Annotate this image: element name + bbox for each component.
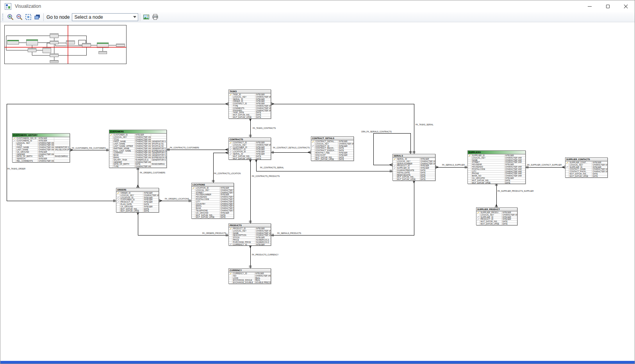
column-name: HOUSENR xyxy=(471,164,504,166)
table-row: CONTRACT_DETAIL...INTEGER xyxy=(311,140,353,143)
entity-table-suppliers[interactable]: SUPPLIERSSUPPLIER_IDINTEGERLOGICAL_KEYCH… xyxy=(467,150,526,184)
entity-table-locations[interactable]: LOCATIONSLOCATION_IDINTEGERLOGICAL_KEYCH… xyxy=(191,183,234,219)
table-title: CUSTOMERS xyxy=(109,130,166,134)
relationship-label: FK_ORDERS_PRODUCTS xyxy=(202,232,227,234)
column-name: CUSTOMERS_HIS_ID xyxy=(16,137,37,139)
table-row: MUT_DATUM_UPDEDATE xyxy=(311,158,353,161)
column-icon-spacer xyxy=(109,141,112,143)
relationship-label: FK_SERIALS_SUPPLIER xyxy=(442,164,465,166)
column-icon-spacer xyxy=(192,198,195,200)
entity-table-contracts[interactable]: CONTRACTSCONTRACT_IDINTEGERLOGICAL_KEYCH… xyxy=(228,137,271,160)
table-row: LOGICAL_KEYCHARACTER VAR xyxy=(229,230,271,232)
column-name: MUT_DATUM_UPDE xyxy=(569,175,592,177)
table-row: MUT_DATUM_UPDEDATE xyxy=(192,216,234,218)
column-generator: EXPRESSION S xyxy=(151,150,166,152)
column-name: MUT_DATUM_INS... xyxy=(471,180,504,182)
column-type: INTEGER xyxy=(37,137,54,139)
column-type: INTEGER xyxy=(143,192,159,194)
table-row: DATE_OF_BIRTHDATERANDOMRNG xyxy=(12,155,70,157)
column-type: INTEGER xyxy=(37,151,54,153)
table-row: PRICENUMERIC(9,2) xyxy=(229,239,271,241)
column-name: MUT_DATUM_INS... xyxy=(120,208,143,210)
column-name: CONTRACT_BEGIN... xyxy=(314,147,338,149)
table-row: CA_GROUNDINTEGER xyxy=(192,212,234,214)
column-name: GENDER xyxy=(16,153,37,155)
column-name: PRICE xyxy=(232,239,255,241)
column-name: HOUSEADD xyxy=(471,166,504,168)
column-icon-spacer xyxy=(229,230,232,232)
entity-table-supplier_contacts[interactable]: SUPPLIER_CONTACTSSUPPLIER_CONT...INTEGER… xyxy=(565,157,608,178)
column-name: LOCATION_ID xyxy=(232,151,255,153)
entity-table-currency[interactable]: CURRENCYCURRENCY_IDINTEGERISOCHARACTER V… xyxy=(228,268,271,284)
minimap[interactable] xyxy=(4,25,127,64)
column-icon-spacer xyxy=(476,223,480,225)
entity-table-tasks[interactable]: TASKSTASK_IDINTEGERLOGICAL_KEYCHARACTER … xyxy=(228,89,271,119)
column-name: SUPPLIER_ID xyxy=(569,166,592,168)
column-type: CHARACTER VAR xyxy=(219,205,234,207)
column-generator: EXPRESSION S xyxy=(151,157,166,159)
table-row: MUT_DATUM_UPDEDATE xyxy=(468,182,525,184)
column-type: INTEGER xyxy=(255,237,271,239)
column-type: DATE xyxy=(419,172,435,174)
column-name: CONTRACT_ID xyxy=(232,103,255,105)
column-icon-spacer xyxy=(229,116,232,118)
column-type: DATE xyxy=(255,114,271,116)
table-row: MUT_DATUM_INS...DATE xyxy=(229,155,271,157)
relationship-label: FK_TASKS_SERIAL xyxy=(416,123,433,126)
table-row: MUT_DATUM_INS...DATE xyxy=(393,176,435,178)
column-name: CUSTOMERS_ID xyxy=(16,140,37,142)
column-type: CHARACTER VAR xyxy=(592,164,607,166)
minimap-table-header xyxy=(82,43,91,44)
column-icon-spacer xyxy=(116,210,120,212)
entity-table-products[interactable]: PRODUCTSPRODUCT_IDINTEGERLOGICAL_KEYCHAR… xyxy=(228,223,271,246)
column-name: LOCATION_ID xyxy=(195,187,219,189)
table-row: FINISHEDCHARACTER VAR xyxy=(229,109,271,112)
column-type: DATE xyxy=(504,180,525,182)
column-type: INTEGER xyxy=(143,199,159,201)
column-name: SERIAL_ID xyxy=(396,158,419,160)
relationship-label: FK_CONTRACTS_SERIAL xyxy=(260,166,284,169)
column-icon-spacer xyxy=(468,161,471,163)
table-row: REMOVEDATEDATE xyxy=(393,174,435,176)
table-row: STOCKINTEGER xyxy=(229,236,271,239)
table-row: EMAILCHARACTER VAREXPRESSION S xyxy=(109,156,166,159)
column-icon-spacer xyxy=(229,241,232,243)
column-icon-spacer xyxy=(468,171,471,173)
entity-table-serials[interactable]: SERIALSSERIAL_IDINTEGERLOGICAL_KEYCHARAC… xyxy=(392,154,435,181)
column-generator: GENERATOR S xyxy=(151,148,166,150)
column-icon-spacer xyxy=(565,173,569,175)
column-name: GENDER xyxy=(112,161,134,163)
minimap-table-header xyxy=(97,43,109,43)
column-type: CHARACTER VAR xyxy=(255,96,271,98)
entity-table-orders[interactable]: ORDERSORDER_IDINTEGERLOGICAL_KEYCHARACTE… xyxy=(116,188,159,212)
table-row: CONTRACT_IDINTEGER xyxy=(229,141,271,144)
column-icon-spacer xyxy=(192,196,195,198)
table-row: STREETCHARACTER VAR xyxy=(468,161,525,163)
table-row: PRODUCT_IDINTEGER xyxy=(393,164,435,167)
column-type: CHARACTER VAR xyxy=(592,171,607,173)
entity-table-supplier_product[interactable]: SUPPLIER_PRODUCTSUPPLIER_PRODU...INTEGER… xyxy=(476,207,517,225)
table-row: SUPPLIER_CONT...INTEGER xyxy=(565,161,607,164)
column-name: LOGICAL_KEY xyxy=(314,143,338,145)
column-type: CHARACTER VAR xyxy=(134,150,151,152)
column-icon-spacer xyxy=(109,152,112,154)
table-title: CONTRACTS xyxy=(229,138,271,141)
column-name: DATE_OF_BIRTH xyxy=(16,155,37,157)
table-row: MUT_DATUM_INS...DATE xyxy=(468,179,525,182)
column-icon-spacer xyxy=(109,159,112,161)
foreign-key-icon xyxy=(116,197,120,199)
column-type: CHARACTER VAR xyxy=(255,234,271,236)
entity-table-customers_history[interactable]: CUSTOMERS_HISTORYCUSTOMERS_HIS_IDINTEGER… xyxy=(12,133,70,162)
entity-table-customers[interactable]: CUSTOMERSCUSTOMER_IDINTEGERLOGICAL_KEYCH… xyxy=(109,130,167,168)
column-name: CONTRACT_ENDDA... xyxy=(314,150,338,152)
column-type: CHARACTER VAR xyxy=(504,173,525,175)
column-type: INTEGER xyxy=(255,100,271,102)
column-generator: GENERATOR S xyxy=(54,146,70,148)
table-title: CONTRACT_DETAILS xyxy=(311,137,353,140)
column-icon-spacer xyxy=(192,210,195,212)
column-icon-spacer xyxy=(109,166,112,168)
column-icon-spacer xyxy=(229,144,232,146)
column-icon-spacer xyxy=(109,163,112,165)
column-name: LOGICAL_KEY xyxy=(232,144,255,146)
entity-table-contract_details[interactable]: CONTRACT_DETAILSCONTRACT_DETAIL...INTEGE… xyxy=(311,136,354,161)
